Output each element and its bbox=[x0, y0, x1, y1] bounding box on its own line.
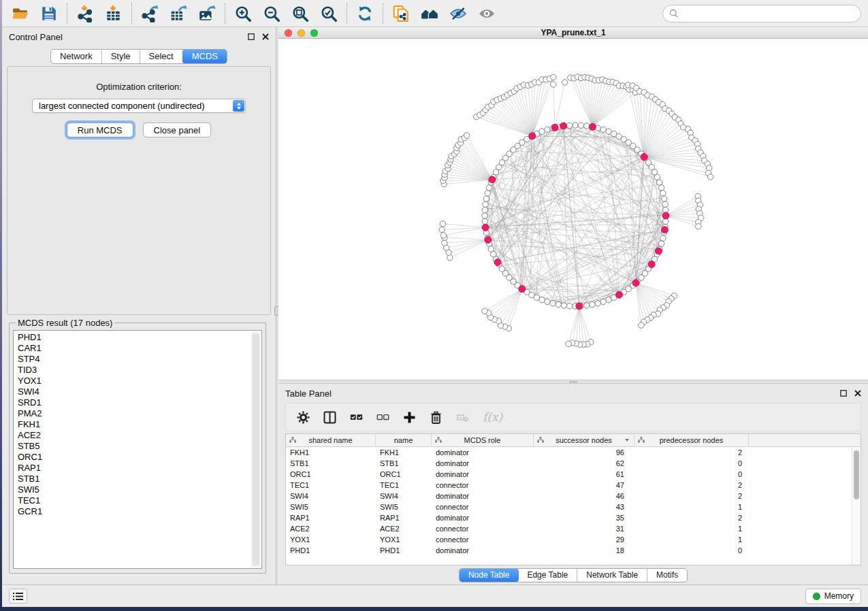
memory-status-icon bbox=[813, 593, 820, 600]
node-table[interactable]: shared namenameMCDS rolesuccessor nodesp… bbox=[285, 433, 861, 565]
zoom-out-button[interactable] bbox=[257, 2, 286, 25]
network-view[interactable] bbox=[278, 39, 868, 380]
add-column-button[interactable] bbox=[403, 411, 416, 424]
close-panel-icon[interactable] bbox=[262, 33, 269, 40]
tab-network[interactable]: Network bbox=[51, 50, 102, 63]
tab-network-table[interactable]: Network Table bbox=[577, 569, 647, 582]
save-session-button[interactable] bbox=[35, 2, 63, 25]
column-header-MCDS-role[interactable]: MCDS role bbox=[432, 434, 534, 446]
zoom-in-button[interactable] bbox=[229, 2, 257, 25]
tab-node-table[interactable]: Node Table bbox=[459, 568, 519, 582]
mcds-result-item[interactable]: YOX1 bbox=[18, 376, 261, 386]
tab-style[interactable]: Style bbox=[102, 50, 140, 63]
network-window-titlebar[interactable]: YPA_prune.txt_1 bbox=[278, 27, 868, 39]
table-panel: Table Panel f(x) sh bbox=[278, 384, 868, 584]
mcds-result-item[interactable]: TID3 bbox=[18, 365, 261, 376]
close-panel-button[interactable]: Close panel bbox=[143, 122, 212, 137]
mcds-result-item[interactable]: FKH1 bbox=[18, 419, 261, 430]
tab-motifs[interactable]: Motifs bbox=[647, 569, 687, 582]
table-row[interactable]: STB1STB1dominator620 bbox=[286, 458, 861, 469]
tab-edge-table[interactable]: Edge Table bbox=[518, 569, 577, 582]
mcds-result-item[interactable]: STP4 bbox=[18, 354, 261, 365]
copy-style-button[interactable] bbox=[387, 2, 415, 25]
maximize-window-icon[interactable] bbox=[310, 29, 318, 37]
memory-button[interactable]: Memory bbox=[805, 589, 861, 604]
close-window-icon[interactable] bbox=[285, 29, 292, 37]
mcds-result-item[interactable]: STB1 bbox=[18, 474, 261, 484]
mcds-result-item[interactable]: ORC1 bbox=[18, 452, 261, 463]
unselect-all-icon bbox=[376, 411, 389, 424]
refresh-button[interactable] bbox=[351, 2, 379, 25]
column-header-shared-name[interactable]: shared name bbox=[286, 434, 376, 446]
mcds-result-item[interactable]: GCR1 bbox=[18, 506, 261, 517]
table-row[interactable]: FKH1FKH1dominator962 bbox=[286, 447, 861, 458]
table-row[interactable]: RAP1RAP1dominator352 bbox=[286, 512, 861, 523]
column-header-predecessor-nodes[interactable]: predecessor nodes bbox=[634, 434, 749, 446]
task-history-button[interactable] bbox=[9, 589, 27, 604]
mcds-result-title: MCDS result (17 nodes) bbox=[16, 318, 114, 328]
table-row[interactable]: ACE2ACE2connector311 bbox=[286, 523, 861, 534]
tab-mcds[interactable]: MCDS bbox=[182, 49, 227, 64]
column-header-name[interactable]: name bbox=[376, 434, 432, 446]
table-scrollbar[interactable] bbox=[852, 447, 861, 565]
run-mcds-button[interactable]: Run MCDS bbox=[67, 122, 133, 137]
minimize-window-icon[interactable] bbox=[298, 29, 305, 37]
splitter-grip[interactable] bbox=[569, 381, 577, 383]
horizontal-splitter[interactable] bbox=[278, 380, 868, 384]
table-row[interactable]: ORC1ORC1dominator610 bbox=[286, 469, 861, 480]
toolbar-separator bbox=[347, 3, 347, 24]
tab-select[interactable]: Select bbox=[140, 50, 183, 63]
shared-column-icon bbox=[638, 436, 645, 444]
mcds-result-group: MCDS result (17 nodes) PHD1CAR1STP4TID3Y… bbox=[9, 318, 266, 574]
first-neighbors-button[interactable] bbox=[415, 2, 444, 25]
unselect-all-button[interactable] bbox=[376, 411, 389, 424]
import-table-button[interactable] bbox=[99, 2, 128, 25]
table-settings-button[interactable] bbox=[297, 411, 310, 424]
table-header-row: shared namenameMCDS rolesuccessor nodesp… bbox=[286, 434, 861, 447]
mcds-result-item[interactable]: PMA2 bbox=[18, 408, 261, 419]
delete-column-button[interactable] bbox=[430, 411, 443, 424]
list-icon bbox=[13, 592, 23, 601]
hide-selected-button[interactable] bbox=[444, 2, 472, 25]
float-panel-icon[interactable] bbox=[248, 33, 255, 40]
optimization-criterion-select[interactable]: largest connected component (undirected) bbox=[32, 99, 246, 113]
show-columns-button[interactable] bbox=[323, 411, 336, 424]
mcds-result-item[interactable]: SWI5 bbox=[18, 484, 261, 495]
table-row[interactable]: YOX1YOX1connector291 bbox=[286, 534, 861, 545]
mcds-pane: Optimization criterion: largest connecte… bbox=[7, 66, 271, 315]
mcds-result-list[interactable]: PHD1CAR1STP4TID3YOX1SWI4SRD1PMA2FKH1ACE2… bbox=[13, 330, 262, 569]
mcds-result-item[interactable]: RAP1 bbox=[18, 463, 261, 474]
mcds-result-item[interactable]: SRD1 bbox=[18, 397, 261, 408]
import-network-button[interactable] bbox=[71, 2, 99, 25]
select-all-button[interactable] bbox=[350, 411, 363, 424]
open-session-button[interactable] bbox=[6, 2, 35, 25]
export-image-button[interactable] bbox=[193, 2, 221, 25]
zoom-selected-button[interactable] bbox=[315, 2, 343, 25]
column-header-successor-nodes[interactable]: successor nodes bbox=[534, 434, 634, 446]
show-all-button[interactable] bbox=[472, 2, 501, 25]
mcds-result-item[interactable]: STB5 bbox=[18, 441, 261, 452]
mcds-list-scrollbar[interactable] bbox=[251, 332, 260, 567]
mcds-result-item[interactable]: ACE2 bbox=[18, 430, 261, 441]
export-network-button[interactable] bbox=[135, 2, 164, 25]
export-table-button[interactable] bbox=[164, 2, 193, 25]
mcds-result-item[interactable]: CAR1 bbox=[18, 343, 261, 354]
table-row[interactable]: PHD1PHD1dominator180 bbox=[286, 545, 861, 556]
zoom-fit-button[interactable] bbox=[286, 2, 315, 25]
search-input[interactable] bbox=[682, 8, 854, 18]
control-panel-tabbar: NetworkStyleSelectMCDS bbox=[50, 49, 227, 64]
mcds-result-item[interactable]: TEC1 bbox=[18, 495, 261, 506]
float-panel-icon[interactable] bbox=[840, 390, 847, 397]
network-window-title: YPA_prune.txt_1 bbox=[278, 28, 868, 37]
search-box[interactable] bbox=[662, 5, 861, 22]
mcds-result-item[interactable]: PHD1 bbox=[18, 332, 261, 343]
network-graph[interactable] bbox=[278, 39, 868, 380]
mcds-result-item[interactable]: SWI4 bbox=[18, 386, 261, 397]
houses-icon bbox=[421, 5, 438, 22]
table-row[interactable]: TEC1TEC1connector472 bbox=[286, 480, 861, 491]
eye-slash-icon bbox=[449, 5, 467, 22]
table-row[interactable]: SWI5SWI5connector431 bbox=[286, 501, 861, 512]
sort-desc-icon bbox=[625, 439, 629, 442]
close-panel-icon[interactable] bbox=[854, 390, 861, 397]
table-row[interactable]: SWI4SWI4dominator462 bbox=[286, 491, 861, 501]
